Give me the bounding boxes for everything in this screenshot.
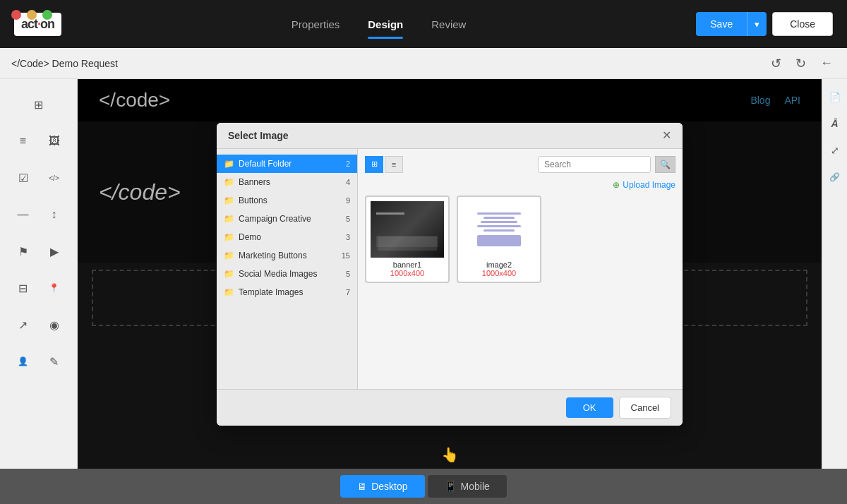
flag-icon[interactable]: ⚑ [11, 239, 36, 264]
modal-content: ⊞ ≡ 🔍 ⊕ Upload Image [358, 149, 683, 389]
redo-button[interactable]: ↻ [793, 54, 809, 73]
folder-name-demo: Demo [239, 232, 261, 242]
undo-button[interactable]: ↺ [768, 54, 784, 73]
folder-count-banners: 4 [346, 178, 350, 186]
styles-icon[interactable]: Ā [826, 114, 844, 133]
doc-line-3 [481, 221, 518, 223]
folder-count-template: 7 [346, 288, 350, 296]
image-size-image2: 1000x400 [462, 269, 536, 277]
folder-item-buttons[interactable]: 📁 Buttons 9 [217, 191, 357, 210]
pencil-icon[interactable]: ✎ [42, 349, 67, 374]
modal-body: 📁 Default Folder 2 📁 Banners 4 📁 Buttons… [217, 149, 683, 389]
desktop-view-button[interactable]: 🖥 Desktop [340, 475, 424, 498]
image-card-banner1[interactable]: ▬▬▬▬ 👆 banner1 1000x400 [365, 196, 450, 283]
image-card-image2[interactable]: image2 1000x400 [457, 196, 541, 283]
folder-name-buttons: Buttons [239, 196, 268, 205]
doc-line-5 [483, 229, 515, 232]
search-input[interactable] [538, 156, 651, 173]
video-icon[interactable]: ▶ [42, 239, 67, 264]
folder-item-marketing[interactable]: 📁 Marketing Buttons 15 [217, 246, 357, 265]
image-name-image2: image2 [462, 260, 536, 269]
folder-name-marketing: Marketing Buttons [239, 251, 307, 260]
folder-count-buttons: 9 [346, 196, 350, 205]
save-button[interactable]: Save [696, 12, 747, 36]
image-size-banner1: 1000x400 [371, 269, 444, 277]
view-toggle: ⊞ ≡ [365, 156, 403, 173]
folder-name-banners: Banners [239, 177, 270, 187]
check-icon[interactable]: ☑ [11, 165, 36, 191]
tab-properties[interactable]: Properties [292, 13, 340, 36]
share-icon[interactable]: ↗ [11, 312, 36, 337]
user-icon[interactable]: 👤 [11, 349, 36, 374]
image-icon[interactable]: 🖼 [42, 128, 67, 154]
traffic-light-red [11, 10, 21, 20]
sidebar-row-2: ≡ 🖼 [0, 124, 77, 158]
folder-item-banners[interactable]: 📁 Banners 4 [217, 173, 357, 191]
doc-line-1 [477, 212, 521, 215]
close-button[interactable]: Close [772, 12, 833, 36]
folder-icon-buttons: 📁 [224, 196, 234, 205]
layout-icon[interactable]: ⊞ [26, 92, 52, 117]
folder-icon-template: 📁 [224, 287, 234, 297]
folder-icon-demo: 📁 [224, 232, 234, 242]
back-button[interactable]: ← [817, 54, 836, 73]
nav-actions: Save ▾ Close [696, 12, 833, 36]
traffic-lights [11, 10, 52, 20]
code-icon[interactable]: </> [42, 165, 67, 191]
folder-item-campaign[interactable]: 📁 Campaign Creative 5 [217, 210, 357, 228]
link-icon[interactable]: 🔗 [826, 168, 844, 186]
image-grid: ▬▬▬▬ 👆 banner1 1000x400 [365, 196, 675, 283]
sidebar-row-3: ☑ </> [0, 161, 77, 195]
folder-item-default[interactable]: 📁 Default Folder 2 [217, 155, 357, 173]
bottom-bar: 🖥 Desktop 📱 Mobile [0, 469, 847, 504]
merge-icon[interactable]: ⤢ [826, 141, 844, 160]
divider-icon[interactable]: — [11, 202, 36, 227]
folder-count-demo: 3 [346, 233, 350, 241]
folder-icon-marketing: 📁 [224, 251, 234, 260]
arrow-icon[interactable]: ↕ [42, 202, 67, 227]
folder-count-marketing: 15 [342, 251, 350, 260]
rss-icon[interactable]: ◉ [42, 312, 67, 337]
sidebar-row-8: 👤 ✎ [0, 344, 77, 378]
ok-button[interactable]: OK [566, 397, 613, 418]
folder-count-default: 2 [346, 160, 350, 168]
upload-icon: ⊕ [613, 180, 620, 190]
folder-icon-social: 📁 [224, 269, 234, 279]
modal-toolbar: ⊞ ≡ 🔍 [365, 156, 675, 173]
breadcrumb: </Code> Demo Request [11, 58, 768, 69]
grid-icon[interactable]: ⊟ [11, 275, 36, 301]
search-button[interactable]: 🔍 [655, 156, 675, 173]
traffic-light-green [42, 10, 52, 20]
grid-view-button[interactable]: ⊞ [365, 156, 383, 173]
tab-review[interactable]: Review [431, 13, 466, 36]
pin-icon[interactable]: 📍 [42, 275, 67, 301]
left-sidebar: ⊞ ≡ 🖼 ☑ </> — ↕ ⚑ ▶ ⊟ 📍 ↗ ◉ 👤 ✎ [0, 79, 78, 469]
save-dropdown-button[interactable]: ▾ [747, 12, 767, 36]
folder-count-campaign: 5 [346, 215, 350, 223]
tab-design[interactable]: Design [368, 13, 403, 36]
sub-header: </Code> Demo Request ↺ ↻ ← [0, 48, 847, 79]
page-properties-icon[interactable]: 📄 [826, 88, 844, 106]
folder-item-template[interactable]: 📁 Template Images 7 [217, 283, 357, 301]
modal-close-button[interactable]: ✕ [662, 130, 671, 141]
traffic-light-yellow [27, 10, 37, 20]
mobile-view-button[interactable]: 📱 Mobile [428, 475, 507, 498]
folder-item-demo[interactable]: 📁 Demo 3 [217, 228, 357, 246]
search-row: 🔍 [538, 156, 675, 173]
folder-name-social: Social Media Images [239, 269, 317, 279]
sidebar-row-7: ↗ ◉ [0, 308, 77, 342]
folder-icon-campaign: 📁 [224, 214, 234, 224]
modal-footer: OK Cancel [217, 389, 683, 426]
sub-actions: ↺ ↻ ← [768, 54, 836, 73]
modal-title: Select Image [228, 130, 289, 141]
thumb-doc-visual [462, 201, 536, 258]
sidebar-row-4: — ↕ [0, 198, 77, 232]
list-view-button[interactable]: ≡ [385, 156, 403, 173]
cancel-button[interactable]: Cancel [619, 397, 671, 419]
nav-tabs: Properties Design Review [61, 13, 696, 36]
upload-image-link[interactable]: ⊕ Upload Image [613, 180, 675, 190]
modal-folder-sidebar: 📁 Default Folder 2 📁 Banners 4 📁 Buttons… [217, 149, 358, 389]
folder-item-social[interactable]: 📁 Social Media Images 5 [217, 265, 357, 283]
desktop-label: Desktop [371, 481, 407, 492]
text-icon[interactable]: ≡ [11, 128, 36, 154]
